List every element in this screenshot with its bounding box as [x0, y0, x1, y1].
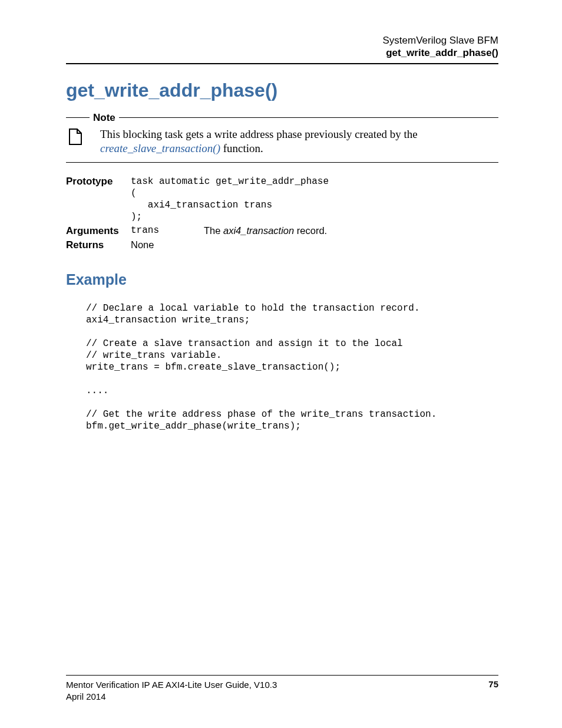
argument-name: trans — [131, 225, 204, 236]
header-rule — [66, 63, 498, 64]
argument-desc-suffix: record. — [294, 225, 327, 236]
footer-row: Mentor Verification IP AE AXI4-Lite User… — [66, 679, 498, 702]
page-title: get_write_addr_phase() — [66, 80, 498, 101]
note-link-create-slave-transaction[interactable]: create_slave_transaction() — [100, 142, 220, 154]
returns-value: None — [131, 239, 154, 251]
row-arguments: Arguments trans The axi4_transaction rec… — [66, 225, 498, 237]
header-topic: get_write_addr_phase() — [66, 47, 498, 59]
argument-desc: The axi4_transaction record. — [204, 225, 327, 236]
prototype-code: task automatic get_write_addr_phase ( ax… — [131, 176, 329, 223]
footer-date: April 2014 — [66, 691, 277, 703]
note-rule-right — [119, 117, 498, 118]
note-page-icon — [68, 129, 82, 145]
note-block: Note This blocking task gets a write add… — [66, 112, 498, 163]
argument-desc-prefix: The — [204, 225, 223, 236]
note-label: Note — [90, 112, 119, 124]
footer-rule — [66, 675, 498, 676]
footer-doc-title: Mentor Verification IP AE AXI4-Lite User… — [66, 679, 277, 691]
note-body: This blocking task gets a write address … — [66, 127, 498, 156]
footer-left: Mentor Verification IP AE AXI4-Lite User… — [66, 679, 277, 702]
footer-page-number: 75 — [488, 679, 498, 702]
running-header: SystemVerilog Slave BFM get_write_addr_p… — [66, 34, 498, 64]
note-bottom-rule — [66, 162, 498, 163]
row-prototype: Prototype task automatic get_write_addr_… — [66, 176, 498, 223]
label-arguments: Arguments — [66, 225, 131, 237]
label-returns: Returns — [66, 239, 131, 251]
note-text: This blocking task gets a write address … — [100, 127, 498, 156]
note-rule-left — [66, 117, 90, 118]
note-top-rule: Note — [66, 112, 498, 124]
note-text-before: This blocking task gets a write address … — [100, 128, 418, 140]
example-code: // Declare a local variable to hold the … — [86, 302, 498, 432]
row-returns: Returns None — [66, 239, 498, 251]
label-prototype: Prototype — [66, 176, 131, 187]
note-text-after: function. — [220, 142, 263, 154]
header-chapter: SystemVerilog Slave BFM — [66, 34, 498, 47]
footer: Mentor Verification IP AE AXI4-Lite User… — [66, 675, 498, 702]
argument-desc-ital: axi4_transaction — [223, 225, 294, 236]
definition-table: Prototype task automatic get_write_addr_… — [66, 176, 498, 251]
example-heading: Example — [66, 271, 498, 288]
page: SystemVerilog Slave BFM get_write_addr_p… — [0, 0, 562, 728]
